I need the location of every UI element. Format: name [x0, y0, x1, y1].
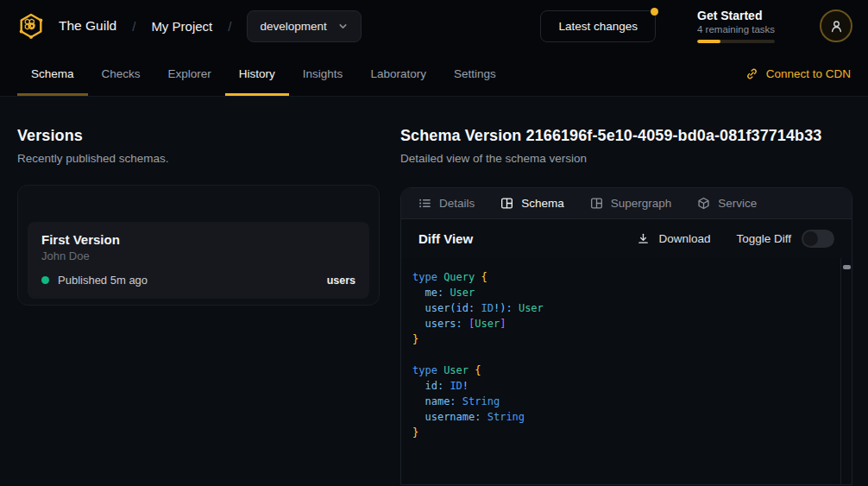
code-line: me: User	[412, 285, 829, 300]
connect-cdn-link[interactable]: Connect to CDN	[745, 52, 851, 96]
nav-tab-history[interactable]: History	[225, 52, 289, 96]
code-line: name: String	[412, 394, 829, 409]
nav-tab-settings[interactable]: Settings	[440, 52, 510, 96]
detail-tab-supergraph[interactable]: Supergraph	[590, 197, 672, 210]
version-name: First Version	[41, 232, 355, 247]
breadcrumb-separator: /	[228, 19, 231, 34]
org-name[interactable]: The Guild	[59, 18, 116, 34]
code-line: type User {	[412, 363, 829, 378]
main-content: Versions Recently published schemas. Fir…	[0, 97, 868, 485]
versions-title: Versions	[17, 127, 380, 145]
code-line	[412, 347, 829, 363]
get-started-progressbar	[697, 40, 775, 43]
detail-tab-schema[interactable]: Schema	[500, 197, 564, 210]
detail-tab-label: Schema	[521, 197, 564, 210]
version-author: John Doe	[41, 249, 355, 262]
schema-version-title: Schema Version 2166196f-5e10-4059-bd0a-0…	[400, 127, 852, 145]
versions-panel: Versions Recently published schemas. Fir…	[17, 97, 380, 485]
code-line: type Query {	[412, 269, 829, 285]
nav-tab-laboratory[interactable]: Laboratory	[356, 52, 440, 96]
code-line: id: ID!	[412, 378, 829, 394]
code-lines: type Query { me: User user(id: ID!): Use…	[412, 269, 829, 440]
toggle-knob	[803, 231, 818, 246]
detail-tab-details[interactable]: Details	[418, 197, 475, 210]
toggle-diff-switch[interactable]	[802, 230, 834, 248]
version-detail-panel: Schema Version 2166196f-5e10-4059-bd0a-0…	[400, 97, 852, 485]
nav-tab-schema[interactable]: Schema	[17, 52, 88, 96]
app-header: The Guild / My Project / development Lat…	[0, 0, 868, 52]
version-list-item[interactable]: First Version John Doe Published 5m ago …	[28, 222, 369, 299]
nav-tab-checks[interactable]: Checks	[88, 52, 154, 96]
project-name[interactable]: My Project	[151, 19, 212, 34]
get-started-progress-fill	[697, 40, 720, 43]
get-started-widget[interactable]: Get Started 4 remaining tasks	[697, 9, 777, 43]
link-icon	[745, 67, 758, 80]
nav-tab-explorer[interactable]: Explorer	[154, 52, 225, 96]
version-status: Published 5m ago	[58, 274, 148, 287]
download-button[interactable]: Download	[637, 232, 710, 245]
target-nav: SchemaChecksExplorerHistoryInsightsLabor…	[0, 52, 868, 97]
diff-toolbar: Diff View Download Toggle Diff	[401, 219, 852, 258]
environment-select[interactable]: development	[247, 10, 361, 42]
code-scrollbar-thumb[interactable]	[843, 265, 851, 269]
get-started-title: Get Started	[697, 9, 777, 22]
chevron-down-icon	[337, 21, 349, 32]
breadcrumb: The Guild / My Project / development	[59, 10, 362, 42]
versions-card: First Version John Doe Published 5m ago …	[17, 185, 380, 306]
notification-dot	[651, 8, 658, 16]
code-scrollbar	[840, 258, 852, 484]
version-service-badge: users	[327, 275, 355, 287]
version-meta-row: Published 5m ago users	[41, 274, 355, 287]
list-icon	[418, 197, 431, 210]
latest-changes-button[interactable]: Latest changes	[540, 10, 656, 42]
nav-tab-insights[interactable]: Insights	[289, 52, 357, 96]
detail-tab-label: Service	[718, 197, 757, 210]
code-block[interactable]: type Query { me: User user(id: ID!): Use…	[401, 258, 852, 484]
person-icon	[829, 19, 844, 34]
code-line: }	[412, 331, 829, 347]
panels-icon	[500, 197, 513, 210]
schema-version-subtitle: Detailed view of the schema version	[400, 152, 852, 165]
diff-view-title: Diff View	[418, 231, 473, 246]
download-label: Download	[658, 232, 710, 245]
detail-tab-label: Supergraph	[611, 197, 672, 210]
detail-tab-label: Details	[439, 197, 475, 210]
download-icon	[637, 232, 650, 245]
get-started-subtitle: 4 remaining tasks	[697, 24, 777, 35]
box-icon	[697, 197, 710, 210]
published-status-icon	[41, 276, 49, 284]
schema-detail-card: DetailsSchemaSupergraphService Diff View…	[400, 187, 852, 485]
breadcrumb-separator: /	[132, 19, 135, 34]
code-line: }	[412, 425, 829, 440]
hive-logo-icon[interactable]	[17, 12, 45, 40]
panels-icon	[590, 197, 603, 210]
latest-changes-label: Latest changes	[558, 20, 638, 33]
code-line: users: [User]	[412, 316, 829, 331]
user-avatar[interactable]	[820, 9, 852, 42]
detail-tab-service[interactable]: Service	[697, 197, 757, 210]
detail-tabs: DetailsSchemaSupergraphService	[401, 188, 852, 219]
toggle-diff-label: Toggle Diff	[736, 232, 791, 245]
code-line: username: String	[412, 409, 829, 425]
environment-value: development	[260, 20, 326, 33]
connect-cdn-label: Connect to CDN	[766, 67, 851, 80]
nav-tabs: SchemaChecksExplorerHistoryInsightsLabor…	[17, 52, 510, 96]
code-line: user(id: ID!): User	[412, 300, 829, 316]
versions-subtitle: Recently published schemas.	[17, 152, 380, 165]
